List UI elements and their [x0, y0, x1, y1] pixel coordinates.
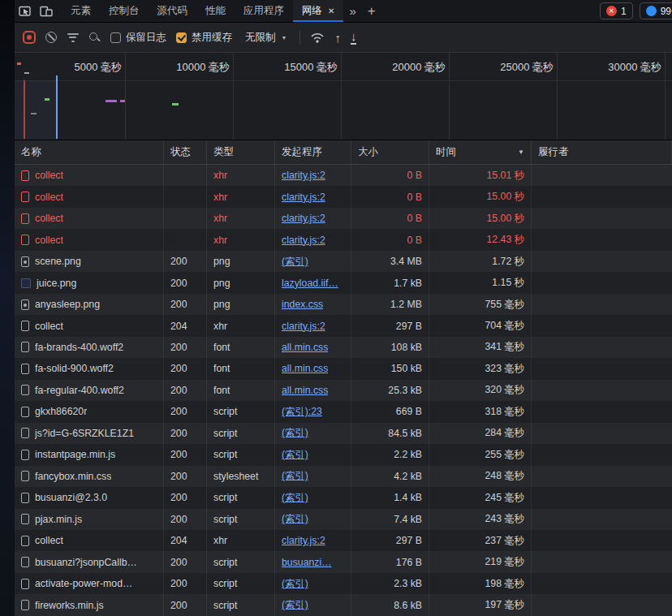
request-name: anyasleep.png [35, 299, 100, 310]
request-name-cell: collect [15, 530, 164, 551]
request-row[interactable]: fa-regular-400.woff2200fontall.min.css25… [15, 380, 672, 401]
request-row[interactable]: fancybox.min.css200stylesheet(索引)4.2 kB2… [15, 466, 672, 487]
request-row[interactable]: fireworks.min.js200script(索引)8.6 kB197 毫… [15, 594, 672, 615]
initiator-link[interactable]: (索引) [282, 426, 308, 440]
disable-cache-checkbox[interactable]: 禁用缓存 [176, 31, 232, 45]
request-name: busuanzi?jsonpCallb… [35, 557, 137, 568]
network-overview[interactable]: 5000 毫秒10000 毫秒15000 毫秒20000 毫秒25000 毫秒3… [15, 53, 672, 140]
column-header-size[interactable]: 大小 [351, 140, 429, 164]
add-tab-button[interactable]: + [362, 3, 381, 19]
initiator-link[interactable]: all.min.css [282, 342, 328, 353]
tab-源代码[interactable]: 源代码 [149, 0, 197, 22]
initiator-link[interactable]: clarity.js:2 [282, 235, 325, 246]
timeline-gridline [125, 53, 126, 140]
tab-元素[interactable]: 元素 [62, 0, 100, 22]
request-name: fa-brands-400.woff2 [35, 342, 123, 353]
request-row[interactable]: scene.png200png(索引)3.4 MB1.72 秒 [15, 251, 672, 272]
tab-label: 应用程序 [243, 4, 284, 18]
request-row[interactable]: activate-power-mod…200script(索引)2.3 kB19… [15, 573, 672, 594]
tab-应用程序[interactable]: 应用程序 [235, 0, 293, 22]
initiator-link[interactable]: clarity.js:2 [282, 170, 325, 181]
search-icon[interactable] [88, 32, 101, 44]
fulfilled-by-cell [532, 294, 672, 315]
request-row[interactable]: gkxh86620r200script(索引):23669 B318 毫秒 [15, 401, 672, 422]
disable-cache-label: 禁用缓存 [192, 31, 232, 45]
column-header-status[interactable]: 状态 [164, 140, 207, 164]
initiator-link[interactable]: clarity.js:2 [282, 192, 325, 203]
request-row[interactable]: collect204xhrclarity.js:2297 B704 毫秒 [15, 315, 672, 336]
column-header-type[interactable]: 类型 [207, 140, 275, 164]
fulfilled-by-cell [532, 358, 672, 379]
size-cell: 8.6 kB [351, 594, 429, 615]
request-row[interactable]: collect204xhrclarity.js:2297 B237 毫秒 [15, 530, 672, 551]
timeline-gridline [341, 53, 342, 140]
request-name: instantpage.min.js [35, 449, 115, 460]
clear-log-icon[interactable] [45, 32, 57, 43]
initiator-link[interactable]: clarity.js:2 [282, 321, 325, 332]
column-header-label: 名称 [21, 145, 41, 159]
request-row[interactable]: collectxhrclarity.js:20 B12.43 秒 [15, 229, 672, 250]
request-row[interactable]: juice.png200pnglazyload.iif…1.7 kB1.15 秒 [15, 272, 672, 293]
column-header-name[interactable]: 名称 [15, 140, 164, 164]
device-toolbar-icon[interactable] [36, 0, 57, 23]
column-header-time[interactable]: 时间▼ [429, 140, 532, 164]
initiator-link[interactable]: clarity.js:2 [282, 535, 325, 546]
request-row[interactable]: fa-brands-400.woff2200fontall.min.css108… [15, 337, 672, 358]
request-row[interactable]: collectxhrclarity.js:20 B15.00 秒 [15, 186, 672, 207]
fulfilled-by-cell [532, 251, 672, 272]
request-name: gkxh86620r [35, 406, 87, 417]
export-har-icon[interactable]: ↓ [351, 30, 357, 45]
initiator-link[interactable]: index.css [282, 299, 323, 310]
initiator-link[interactable]: (索引) [282, 577, 308, 591]
initiator-link[interactable]: (索引) [282, 255, 308, 269]
error-icon: ✕ [606, 6, 617, 16]
timeline-gridline [557, 53, 558, 140]
filter-icon[interactable] [67, 33, 79, 42]
size-cell: 1.7 kB [351, 272, 429, 293]
initiator-link[interactable]: busuanzi… [282, 557, 332, 568]
request-row[interactable]: fa-solid-900.woff2200fontall.min.css150 … [15, 358, 672, 379]
chat-badge[interactable]: 99+ [640, 2, 672, 19]
request-row[interactable]: instantpage.min.js200script(索引)2.2 kB255… [15, 444, 672, 465]
fulfilled-by-cell [532, 208, 672, 229]
record-stop-icon[interactable] [23, 31, 36, 44]
request-row[interactable]: anyasleep.png200pngindex.css1.2 MB755 毫秒 [15, 294, 672, 315]
initiator-link[interactable]: lazyload.iif… [282, 278, 338, 289]
request-row[interactable]: collectxhrclarity.js:20 B15.00 秒 [15, 208, 672, 229]
initiator-link[interactable]: clarity.js:2 [282, 213, 325, 224]
close-tab-icon[interactable]: ✕ [328, 6, 334, 15]
initiator-cell: lazyload.iif… [275, 272, 351, 293]
initiator-link[interactable]: (索引) [282, 448, 308, 462]
request-name-cell: activate-power-mod… [15, 573, 164, 594]
request-row[interactable]: collectxhrclarity.js:20 B15.01 秒 [15, 165, 672, 186]
initiator-link[interactable]: (索引) [282, 598, 308, 612]
initiator-link[interactable]: (索引) [282, 512, 308, 526]
document-file-icon [21, 579, 29, 589]
type-cell: script [207, 594, 275, 615]
network-conditions-icon[interactable] [310, 32, 325, 44]
initiator-link[interactable]: all.min.css [282, 385, 328, 396]
tab-网络[interactable]: 网络✕ [293, 0, 343, 22]
initiator-link[interactable]: (索引):23 [282, 405, 322, 419]
preserve-log-checkbox[interactable]: 保留日志 [110, 31, 166, 45]
column-header-initiator[interactable]: 发起程序 [275, 140, 351, 164]
initiator-link[interactable]: (索引) [282, 469, 308, 483]
import-har-icon[interactable]: ↑ [334, 32, 341, 44]
initiator-link[interactable]: (索引) [282, 491, 308, 505]
request-row[interactable]: busuanzi@2.3.0200script(索引)1.4 kB245 毫秒 [15, 487, 672, 508]
type-cell: script [207, 573, 275, 594]
tab-控制台[interactable]: 控制台 [100, 0, 149, 22]
throttling-select[interactable]: 无限制 ▼ [242, 31, 290, 45]
type-cell: png [207, 251, 275, 272]
tab-性能[interactable]: 性能 [196, 0, 235, 22]
request-row[interactable]: js?id=G-6SRZKLE1Z1200script(索引)84.5 kB28… [15, 423, 672, 444]
request-row[interactable]: pjax.min.js200script(索引)7.4 kB243 毫秒 [15, 509, 672, 530]
inspect-element-icon[interactable] [15, 0, 36, 23]
initiator-link[interactable]: all.min.css [282, 363, 328, 374]
more-tabs-button[interactable]: » [343, 4, 361, 18]
type-cell: xhr [207, 315, 275, 336]
column-header-fulfilledBy[interactable]: 履行者 [532, 140, 672, 164]
error-badge[interactable]: ✕ 1 [600, 2, 633, 19]
request-row[interactable]: busuanzi?jsonpCallb…200scriptbusuanzi…17… [15, 551, 672, 572]
time-cell: 341 毫秒 [429, 337, 532, 358]
